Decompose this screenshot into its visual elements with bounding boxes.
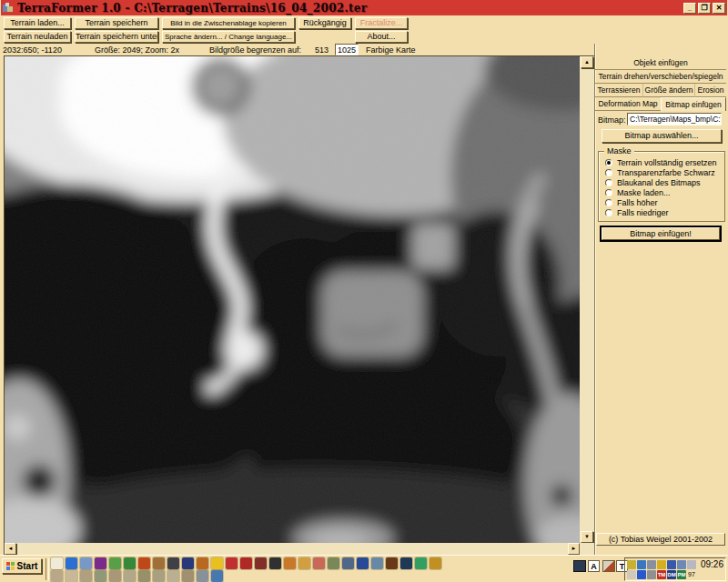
quick-launch-icon[interactable] xyxy=(153,570,165,582)
painter-tool-icon[interactable] xyxy=(602,560,615,572)
picture-indicator-icon[interactable] xyxy=(573,560,586,572)
quick-launch-icon[interactable] xyxy=(167,570,179,582)
tab-terrassieren[interactable]: Terrassieren xyxy=(595,84,642,97)
scroll-up-icon[interactable]: ▲ xyxy=(581,56,593,68)
quick-launch-icon[interactable] xyxy=(211,557,223,569)
quick-launch-icon[interactable] xyxy=(138,570,150,582)
tray-icon[interactable] xyxy=(637,560,646,569)
mask-option-if-lower[interactable]: Falls niedriger xyxy=(605,207,724,217)
radio-icon[interactable] xyxy=(605,169,612,176)
quick-launch-icon[interactable] xyxy=(182,557,194,569)
tray-97-icon[interactable]: 97 xyxy=(688,571,695,577)
tray-icon[interactable] xyxy=(637,570,646,579)
mask-option-transparent-black[interactable]: Transparenzfarbe Schwarz xyxy=(605,167,724,177)
tab-erosion[interactable]: Erosion xyxy=(694,84,726,97)
mask-option-load-mask[interactable]: Maske laden... xyxy=(605,187,724,197)
tab-deformation-map[interactable]: Deformation Map xyxy=(595,97,661,111)
quick-launch-icon[interactable] xyxy=(153,557,165,569)
heightmap-image[interactable] xyxy=(5,56,580,543)
quick-launch-icon[interactable] xyxy=(95,557,106,569)
quick-launch-icon[interactable] xyxy=(240,557,252,569)
tray-icon[interactable] xyxy=(657,560,666,569)
tray-icon[interactable]: DM xyxy=(667,570,676,579)
change-language-button[interactable]: Sprache ändern... / Change language... xyxy=(162,31,295,43)
tray-icon[interactable] xyxy=(667,560,676,569)
tab-terrain-drehen[interactable]: Terrain drehen/verschieben/spiegeln xyxy=(595,70,726,84)
scroll-left-icon[interactable]: ◄ xyxy=(5,543,16,555)
keyboard-layout-icon[interactable]: A xyxy=(588,560,600,572)
quick-launch-icon[interactable] xyxy=(430,557,441,569)
quick-launch-icon[interactable] xyxy=(197,557,208,569)
quick-launch-icon[interactable] xyxy=(124,570,136,582)
quick-launch-icon[interactable] xyxy=(313,557,325,569)
tray-icon[interactable]: PM xyxy=(677,570,686,579)
terrain-reload-button[interactable]: Terrain neuladen xyxy=(4,31,71,43)
limit-value-input[interactable]: 1025 xyxy=(335,44,359,55)
start-button[interactable]: Start xyxy=(2,558,42,574)
limit-value-513[interactable]: 513 xyxy=(315,45,329,55)
quick-launch-icon[interactable] xyxy=(298,557,310,569)
quick-launch-icon[interactable] xyxy=(197,570,208,582)
quick-launch-icon[interactable] xyxy=(80,570,92,582)
quick-launch-icon[interactable] xyxy=(95,570,106,582)
quick-launch-icon[interactable] xyxy=(51,557,63,569)
bitmap-insert-button[interactable]: Bitmap einfügen! xyxy=(600,226,722,242)
quick-launch-icon[interactable] xyxy=(269,557,281,569)
quick-launch-icon[interactable] xyxy=(328,557,339,569)
quick-launch-icon[interactable] xyxy=(371,557,383,569)
quick-launch-icon[interactable] xyxy=(109,557,121,569)
tray-icon[interactable] xyxy=(627,560,636,569)
tab-groesse-aendern[interactable]: Größe ändern xyxy=(642,84,694,97)
mask-option-replace[interactable]: Terrain vollständig ersetzen xyxy=(605,157,724,167)
radio-icon[interactable] xyxy=(605,179,612,186)
terrain-save-button[interactable]: Terrain speichern xyxy=(75,17,158,29)
radio-icon[interactable] xyxy=(605,199,612,206)
quick-launch-icon[interactable] xyxy=(124,557,136,569)
tray-icon[interactable] xyxy=(627,570,636,579)
quick-launch-icon[interactable] xyxy=(182,570,194,582)
quick-launch-icon[interactable] xyxy=(80,557,92,569)
quick-launch-icon[interactable] xyxy=(66,557,77,569)
mask-option-if-higher[interactable]: Falls höher xyxy=(605,197,724,207)
tab-bitmap-einfuegen[interactable]: Bitmap einfügen xyxy=(661,97,726,111)
copy-to-clipboard-button[interactable]: Bild in die Zwischenablage kopieren xyxy=(162,17,295,29)
tray-icon[interactable] xyxy=(647,560,656,569)
radio-icon[interactable] xyxy=(605,189,612,196)
radio-icon[interactable] xyxy=(605,209,612,216)
quick-launch-icon[interactable] xyxy=(211,570,223,582)
title-bar[interactable]: TerraFormer 1.0 - C:\Terragen\Terrains\1… xyxy=(1,0,727,15)
quick-launch-icon[interactable] xyxy=(284,557,296,569)
quick-launch-icon[interactable] xyxy=(138,557,150,569)
quick-launch-icon[interactable] xyxy=(66,570,77,582)
quick-launch-icon[interactable] xyxy=(357,557,369,569)
bitmap-path-input[interactable]: C:\Terragen\Maps_bmp\C:\Com xyxy=(627,113,722,125)
quick-launch-icon[interactable] xyxy=(226,557,238,569)
maximize-button[interactable]: ❐ xyxy=(698,3,711,14)
colored-map-label[interactable]: Farbige Karte xyxy=(366,45,416,55)
radio-icon[interactable] xyxy=(605,159,612,166)
quick-launch-icon[interactable] xyxy=(400,557,412,569)
tray-icon[interactable] xyxy=(647,570,656,579)
mask-option-blue-channel[interactable]: Blaukanal des Bitmaps xyxy=(605,177,724,187)
vertical-scrollbar[interactable]: ▲ ▼ xyxy=(580,56,594,543)
tray-icon[interactable] xyxy=(687,560,696,569)
quick-launch-icon[interactable] xyxy=(386,557,398,569)
horizontal-scrollbar[interactable]: ◄ ► xyxy=(5,543,580,556)
tab-objekt-einfuegen[interactable]: Objekt einfügen xyxy=(595,56,726,70)
close-button[interactable]: ✕ xyxy=(713,3,725,14)
terrain-load-button[interactable]: Terrain laden... xyxy=(4,17,71,29)
quick-launch-icon[interactable] xyxy=(342,557,354,569)
tray-icon[interactable] xyxy=(677,560,686,569)
quick-launch-icon[interactable] xyxy=(51,570,63,582)
scroll-down-icon[interactable]: ▼ xyxy=(581,531,593,543)
bitmap-select-button[interactable]: Bitmap auswählen... xyxy=(602,129,722,143)
quick-launch-icon[interactable] xyxy=(167,557,179,569)
minimize-button[interactable]: _ xyxy=(683,3,696,14)
about-button[interactable]: About... xyxy=(355,31,408,43)
terrain-save-as-button[interactable]: Terrain speichern unter... xyxy=(75,31,158,43)
quick-launch-icon[interactable] xyxy=(415,557,427,569)
scroll-right-icon[interactable]: ► xyxy=(568,543,580,555)
undo-button[interactable]: Rückgängig xyxy=(298,17,351,29)
quick-launch-icon[interactable] xyxy=(255,557,267,569)
tray-icon[interactable]: TM xyxy=(657,570,666,579)
